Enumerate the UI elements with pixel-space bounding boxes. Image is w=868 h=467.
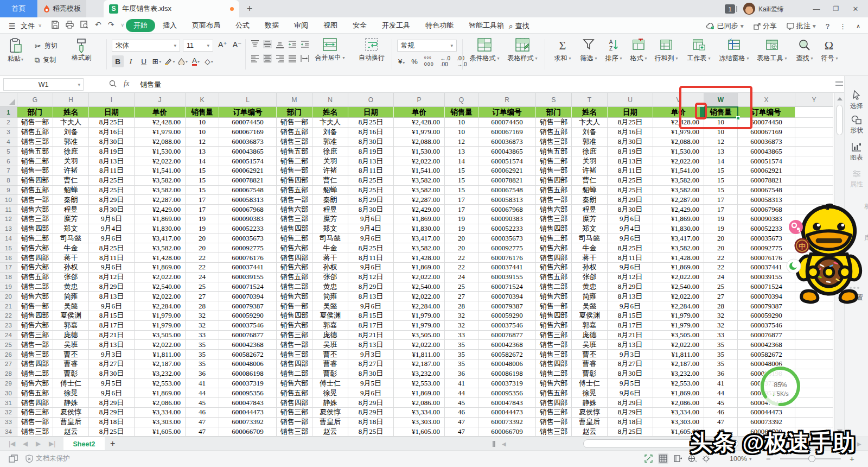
cell-Q28[interactable]: 36 (445, 369, 478, 379)
cell-H29[interactable]: 傅士仁 (53, 379, 89, 389)
cell-L4[interactable]: 600036873 (219, 137, 277, 147)
cell-K16[interactable]: 22 (186, 253, 219, 263)
table-tools-button[interactable]: 表格工具▾ (754, 38, 790, 63)
cell-P4[interactable]: ¥2,088.00 (394, 137, 445, 147)
cell-V9[interactable]: ¥3,582.00 (653, 186, 704, 195)
cell-T14[interactable]: 司马懿 (572, 234, 608, 244)
cell-Q26[interactable]: 35 (445, 350, 478, 359)
cell-J13[interactable]: ¥1,830.00 (135, 224, 186, 234)
cell-V4[interactable]: ¥2,088.00 (653, 137, 704, 147)
cell-Q22[interactable]: 32 (445, 311, 478, 321)
find-menu[interactable]: ⌕查找 (509, 21, 529, 31)
cell-Q8[interactable]: 15 (445, 176, 478, 186)
cell-R31[interactable]: 600047843 (478, 398, 536, 408)
cell-H26[interactable]: 曹丕 (53, 350, 89, 359)
cell-P14[interactable]: ¥3,417.00 (394, 234, 445, 244)
symbol-button[interactable]: Ω符号▾ (817, 38, 842, 63)
cell-K8[interactable]: 15 (186, 176, 219, 186)
cell-Y22[interactable] (795, 311, 833, 321)
row-header-25[interactable]: 25 (0, 340, 17, 350)
cell-U12[interactable]: 9月6日 (608, 214, 653, 224)
cell-U32[interactable]: 8月29日 (608, 408, 653, 418)
column-header-R[interactable]: R (478, 93, 536, 107)
cell-L9[interactable]: 600067548 (219, 186, 277, 195)
cell-R16[interactable]: 600076176 (478, 253, 536, 263)
column-header-G[interactable]: G (17, 93, 53, 107)
cell-U19[interactable]: 8月29日 (608, 282, 653, 292)
cell-N7[interactable]: 许褚 (312, 166, 348, 176)
tab-security[interactable]: 安全 (345, 19, 374, 32)
protection-status[interactable]: 文档未保护 (25, 454, 70, 463)
cell-W27[interactable]: 35 (704, 359, 738, 369)
cell-K10[interactable]: 17 (186, 195, 219, 205)
cell-R12[interactable]: 600090383 (478, 214, 536, 224)
cell-H19[interactable]: 黄忠 (53, 282, 89, 292)
cell-X6[interactable]: 600051574 (738, 156, 795, 166)
cell-Q29[interactable]: 41 (445, 379, 478, 389)
cell-S8[interactable]: 销售四部 (536, 176, 572, 186)
cell-U33[interactable]: 8月18日 (608, 418, 653, 427)
cell-T20[interactable]: 简雍 (572, 292, 608, 301)
cell-P1[interactable]: 单价 (394, 107, 445, 118)
cell-M27[interactable]: 销售四部 (277, 359, 312, 369)
cell-J20[interactable]: ¥2,022.00 (135, 292, 186, 301)
cell-N2[interactable]: 卞夫人 (312, 118, 348, 128)
floating-badge-ime[interactable]: 中 (794, 238, 810, 254)
cell-Y25[interactable] (795, 340, 833, 350)
cell-P27[interactable]: ¥2,187.00 (394, 359, 445, 369)
cell-K18[interactable]: 24 (186, 273, 219, 282)
cell-X24[interactable]: 600076877 (738, 331, 795, 340)
cell-L17[interactable]: 600037441 (219, 263, 277, 273)
cell-J28[interactable]: ¥3,232.00 (135, 369, 186, 379)
cut-button[interactable]: ✂剪切 (35, 41, 58, 51)
cell-V16[interactable]: ¥1,428.00 (653, 253, 704, 263)
cell-H9[interactable]: 貂蝉 (53, 186, 89, 195)
cell-I31[interactable]: 8月29日 (89, 398, 135, 408)
cell-V15[interactable]: ¥3,582.00 (653, 243, 704, 253)
print-icon[interactable] (66, 21, 74, 29)
cell-P9[interactable]: ¥3,582.00 (394, 186, 445, 195)
cell-P11[interactable]: ¥2,429.00 (394, 205, 445, 214)
cell-W17[interactable]: 22 (704, 263, 738, 273)
cell-W25[interactable]: 35 (704, 340, 738, 350)
cell-V11[interactable]: ¥2,429.00 (653, 205, 704, 214)
cell-X9[interactable]: 600067548 (738, 186, 795, 195)
cell-R15[interactable]: 600092775 (478, 243, 536, 253)
cell-V14[interactable]: ¥3,417.00 (653, 234, 704, 244)
cell-H5[interactable]: 徐庶 (53, 147, 89, 156)
cell-K15[interactable]: 20 (186, 243, 219, 253)
cell-W22[interactable]: 32 (704, 311, 738, 321)
cell-Q5[interactable]: 13 (445, 147, 478, 156)
cell-N4[interactable]: 郭准 (312, 137, 348, 147)
cell-I21[interactable]: 9月6日 (89, 301, 135, 311)
more-icon[interactable]: ⋮ (839, 22, 846, 30)
row-header-33[interactable]: 33 (0, 418, 17, 427)
cell-P8[interactable]: ¥3,582.00 (394, 176, 445, 186)
row-header-32[interactable]: 32 (0, 408, 17, 418)
cell-W31[interactable]: 45 (704, 398, 738, 408)
add-sheet-button[interactable]: + (110, 439, 115, 449)
cell-R5[interactable]: 600043865 (478, 147, 536, 156)
cell-O8[interactable]: 8月25日 (348, 176, 394, 186)
column-header-S[interactable]: S (536, 93, 572, 107)
borders-button[interactable]: ⊞▾ (151, 55, 163, 67)
cell-I15[interactable]: 8月25日 (89, 243, 135, 253)
cell-I11[interactable]: 8月30日 (89, 205, 135, 214)
cell-Q13[interactable]: 19 (445, 224, 478, 234)
cell-U5[interactable]: 8月19日 (608, 147, 653, 156)
sidebar-item-shapes[interactable]: 形状 (845, 115, 868, 135)
cell-O16[interactable]: 8月11日 (348, 253, 394, 263)
cell-P28[interactable]: ¥3,232.00 (394, 369, 445, 379)
cell-L34[interactable]: 600066709 (219, 427, 277, 437)
cell-S32[interactable]: 销售三部 (536, 408, 572, 418)
cell-I26[interactable]: 9月3日 (89, 350, 135, 359)
cell-K1[interactable]: 销售量 (186, 107, 219, 118)
cell-R34[interactable]: 600066709 (478, 427, 536, 437)
cell-L32[interactable]: 600044473 (219, 408, 277, 418)
sheet-tab[interactable]: Sheet2 (63, 437, 105, 451)
restore-button[interactable]: ❐ (827, 0, 845, 17)
cell-T8[interactable]: 曹仁 (572, 176, 608, 186)
copy-button[interactable]: ⧉复制 (35, 55, 56, 65)
conditional-format-button[interactable]: 条件格式▾ (467, 38, 502, 63)
cell-I5[interactable]: 8月19日 (89, 147, 135, 156)
